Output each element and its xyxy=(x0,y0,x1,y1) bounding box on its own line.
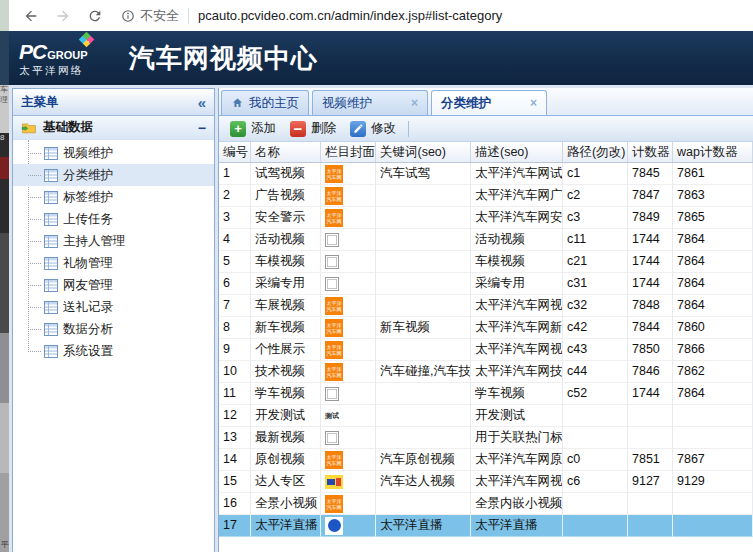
forward-button[interactable] xyxy=(53,6,73,26)
cell-desc: 太平洋汽车网原创 xyxy=(471,449,563,471)
table-row-13[interactable]: 13 最新视频 用于关联热门标签 xyxy=(219,427,753,449)
cell-path: c3 xyxy=(563,207,628,229)
reload-button[interactable] xyxy=(85,6,105,26)
section-label: 基础数据 xyxy=(43,119,198,136)
sidebar-item-视频维护[interactable]: 视频维护 xyxy=(13,142,214,164)
sidebar-item-上传任务[interactable]: 上传任务 xyxy=(13,208,214,230)
cell-counter: 1744 xyxy=(628,229,673,251)
table-row-10[interactable]: 10 技术视频 太平洋汽车网 汽车碰撞,汽车技术 太平洋汽车网技术 c44 78… xyxy=(219,361,753,383)
address-divider xyxy=(188,8,189,24)
table-row-14[interactable]: 14 原创视频 太平洋汽车网 汽车原创视频 太平洋汽车网原创 c0 7851 7… xyxy=(219,449,753,471)
table-row-2[interactable]: 2 广告视频 太平洋汽车网 太平洋汽车网广告 c2 7847 7863 xyxy=(219,185,753,207)
table-row-5[interactable]: 5 车模视频 车模视频 c21 1744 7864 xyxy=(219,251,753,273)
edit-button[interactable]: 修改 xyxy=(343,118,403,140)
cell-name: 个性展示 xyxy=(251,339,321,361)
table-row-4[interactable]: 4 活动视频 活动视频 c11 1744 7864 xyxy=(219,229,753,251)
cell-path: c52 xyxy=(563,383,628,405)
sidebar-item-标签维护[interactable]: 标签维护 xyxy=(13,186,214,208)
empty-cover-box xyxy=(325,387,339,401)
sidebar-item-数据分析[interactable]: 数据分析 xyxy=(13,318,214,340)
background-fragment: 车理 xyxy=(0,85,9,133)
toolbar-separator xyxy=(408,121,409,137)
daren-logo-thumbnail xyxy=(325,475,343,489)
background-fragment: 8 xyxy=(0,133,9,233)
sidebar-section-basic-data[interactable]: 基础数据 − xyxy=(13,116,214,140)
table-row-16[interactable]: 16 全景小视频 太平洋汽车网 全景内嵌小视频 xyxy=(219,493,753,515)
table-row-7[interactable]: 7 车展视频 太平洋汽车网 太平洋汽车网视频 c32 7848 7864 xyxy=(219,295,753,317)
sidebar-item-label: 送礼记录 xyxy=(63,299,113,316)
table-row-6[interactable]: 6 采编专用 采编专用 c31 1744 7864 xyxy=(219,273,753,295)
sidebar-item-礼物管理[interactable]: 礼物管理 xyxy=(13,252,214,274)
back-button[interactable] xyxy=(21,6,41,26)
sidebar-item-主持人管理[interactable]: 主持人管理 xyxy=(13,230,214,252)
delete-button[interactable]: − 删除 xyxy=(283,118,343,140)
table-row-12[interactable]: 12 开发测试 测试 开发测试 xyxy=(219,405,753,427)
cell-cover xyxy=(321,383,376,405)
tab-分类维护[interactable]: 分类维护 × xyxy=(431,90,547,115)
cell-keyword xyxy=(376,493,471,515)
sidebar-item-系统设置[interactable]: 系统设置 xyxy=(13,340,214,362)
tree-connector xyxy=(28,175,41,176)
sidebar-item-分类维护[interactable]: 分类维护 xyxy=(13,164,214,186)
table-icon xyxy=(44,169,58,182)
cell-id: 3 xyxy=(219,207,251,229)
pcauto-logo-thumbnail: 太平洋汽车网 xyxy=(325,187,343,205)
table-row-17[interactable]: 17 太平洋直播 太平洋直播 太平洋直播 xyxy=(219,515,753,537)
cell-desc: 用于关联热门标签 xyxy=(471,427,563,449)
logo-subtitle: 太平洋网络 xyxy=(19,65,115,76)
column-header-描述(seo)[interactable]: 描述(seo) xyxy=(471,142,563,162)
cell-desc: 太平洋直播 xyxy=(471,515,563,537)
table-row-1[interactable]: 1 试驾视频 太平洋汽车网 汽车试驾 太平洋汽车网试驾 c1 7845 7861 xyxy=(219,163,753,185)
sidebar-item-送礼记录[interactable]: 送礼记录 xyxy=(13,296,214,318)
cell-path: c1 xyxy=(563,163,628,185)
column-header-计数器[interactable]: 计数器 xyxy=(628,142,673,162)
cell-path xyxy=(563,405,628,427)
cell-counter: 7845 xyxy=(628,163,673,185)
column-header-路径(勿改)[interactable]: 路径(勿改) xyxy=(563,142,628,162)
cell-keyword: 汽车碰撞,汽车技术 xyxy=(376,361,471,383)
cell-id: 11 xyxy=(219,383,251,405)
tab-close-icon[interactable]: × xyxy=(411,96,418,110)
table-row-9[interactable]: 9 个性展示 太平洋汽车网 太平洋汽车网视频 c43 7850 7866 xyxy=(219,339,753,361)
cell-wap-counter: 7864 xyxy=(673,251,753,273)
tab-视频维护[interactable]: 视频维护 × xyxy=(312,90,428,115)
sidebar-item-label: 分类维护 xyxy=(63,167,113,184)
info-icon[interactable] xyxy=(121,9,135,23)
cell-wap-counter: 7865 xyxy=(673,207,753,229)
add-button[interactable]: + 添加 xyxy=(223,118,283,140)
cell-wap-counter: 7863 xyxy=(673,185,753,207)
address-bar[interactable]: 不安全 pcauto.pcvideo.com.cn/admin/index.js… xyxy=(121,7,502,25)
cell-counter xyxy=(628,427,673,449)
cell-id: 9 xyxy=(219,339,251,361)
cell-path: c32 xyxy=(563,295,628,317)
table-row-8[interactable]: 8 新车视频 太平洋汽车网 新车视频 太平洋汽车网新车 c42 7844 786… xyxy=(219,317,753,339)
tab-我的主页[interactable]: 我的主页 xyxy=(221,90,309,115)
cell-counter xyxy=(628,493,673,515)
pcauto-logo-thumbnail: 太平洋汽车网 xyxy=(325,451,343,469)
column-header-栏目封面[interactable]: 栏目封面 xyxy=(321,142,376,162)
column-header-wap计数器[interactable]: wap计数器 xyxy=(673,142,753,162)
tree-connector xyxy=(28,219,41,220)
table-row-3[interactable]: 3 安全警示 太平洋汽车网 太平洋汽车网安全 c3 7849 7865 xyxy=(219,207,753,229)
tab-label: 分类维护 xyxy=(441,95,524,112)
cell-counter: 7851 xyxy=(628,449,673,471)
column-header-编号[interactable]: 编号 xyxy=(219,142,251,162)
cell-name: 车展视频 xyxy=(251,295,321,317)
sidebar-collapse-button[interactable]: « xyxy=(198,94,206,111)
column-header-关键词(seo)[interactable]: 关键词(seo) xyxy=(376,142,471,162)
sidebar-header: 主菜单 « xyxy=(13,89,214,116)
cell-wap-counter: 7861 xyxy=(673,163,753,185)
background-fragment xyxy=(0,403,9,473)
table-row-11[interactable]: 11 学车视频 学车视频 c52 1744 7864 xyxy=(219,383,753,405)
url-text[interactable]: pcauto.pcvideo.com.cn/admin/index.jsp#li… xyxy=(198,8,502,23)
cell-name: 试驾视频 xyxy=(251,163,321,185)
table-icon xyxy=(44,345,58,358)
sidebar-item-网友管理[interactable]: 网友管理 xyxy=(13,274,214,296)
column-header-名称[interactable]: 名称 xyxy=(251,142,321,162)
tab-close-icon[interactable]: × xyxy=(530,96,537,110)
table-row-15[interactable]: 15 达人专区 汽车达人视频 太平洋汽车网视频 c6 9127 9129 xyxy=(219,471,753,493)
table-icon xyxy=(44,301,58,314)
section-collapse-button[interactable]: − xyxy=(198,120,206,136)
cell-cover: 太平洋汽车网 xyxy=(321,339,376,361)
delete-button-label: 删除 xyxy=(311,120,336,137)
